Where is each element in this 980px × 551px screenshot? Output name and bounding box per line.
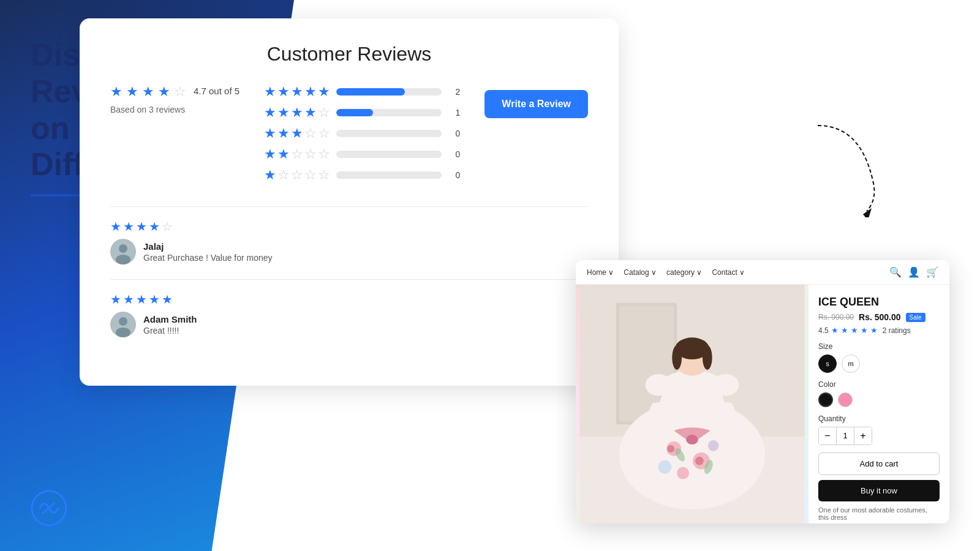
svg-point-2	[119, 244, 127, 253]
product-description: One of our most adorable costumes, this …	[818, 506, 940, 521]
product-rating-count: 2 ratings	[883, 326, 911, 335]
sale-badge: Sale	[906, 313, 925, 322]
reviewer-info-1: Jalaj Great Purchase ! Value for money	[143, 241, 273, 263]
avatar-2	[110, 312, 136, 337]
nav-contact[interactable]: Contact ∨	[712, 268, 745, 277]
color-black-swatch[interactable]	[818, 392, 833, 407]
svg-marker-7	[863, 208, 872, 217]
reviewer-row-1: Jalaj Great Purchase ! Value for money	[110, 239, 588, 264]
logo-icon	[31, 490, 67, 527]
size-s-button[interactable]: s	[818, 354, 837, 373]
svg-point-28	[703, 345, 712, 370]
size-options: s m	[818, 354, 940, 373]
star4: ★	[158, 84, 170, 100]
reviews-summary: ★ ★ ★ ★ ☆ 4.7 out of 5 Based on 3 review…	[110, 84, 588, 188]
bar-count-5: 2	[448, 87, 460, 97]
star3: ★	[142, 84, 154, 100]
bar-stars-5: ★ ★ ★ ★ ★	[264, 84, 330, 100]
dashed-arrow	[812, 119, 885, 220]
color-options	[818, 392, 940, 407]
star5: ☆	[174, 84, 186, 100]
rating-bar-row-3: ★ ★ ★ ☆ ☆ 0	[264, 126, 460, 141]
nav-home[interactable]: Home ∨	[587, 268, 614, 277]
quantity-label: Quantity	[818, 414, 940, 423]
star-icon-p4: ★	[861, 326, 868, 335]
write-review-button[interactable]: Write a Review	[484, 90, 588, 118]
color-pink-swatch[interactable]	[838, 392, 853, 407]
product-image-area	[576, 285, 809, 523]
reviewer-name-2: Adam Smith	[143, 314, 197, 324]
rating-bar-row-2: ★ ★ ☆ ☆ ☆ 0	[264, 146, 460, 162]
svg-point-17	[695, 457, 704, 465]
svg-point-3	[116, 255, 130, 264]
review-stars-2: ★ ★ ★ ★ ★	[110, 292, 588, 307]
product-rating-row: 4.5 ★ ★ ★ ★ ★ 2 ratings	[818, 326, 940, 335]
reviewer-info-2: Adam Smith Great !!!!!	[143, 314, 197, 335]
svg-point-6	[116, 328, 130, 337]
qty-decrease-button[interactable]: −	[819, 427, 836, 444]
size-label: Size	[818, 342, 940, 351]
svg-point-19	[708, 440, 719, 451]
product-rating-value: 4.5	[818, 326, 829, 335]
search-icon[interactable]: 🔍	[889, 266, 902, 278]
price-original: Rs. 900.00	[818, 313, 854, 321]
logo-area	[31, 490, 263, 527]
star1: ★	[110, 84, 123, 100]
based-on-text: Based on 3 reviews	[110, 105, 239, 114]
product-image-placeholder	[576, 285, 809, 523]
avatar-icon-2	[110, 312, 136, 337]
nav-icons: 🔍 👤 🛒	[889, 266, 938, 278]
buy-now-button[interactable]: Buy it now	[818, 480, 940, 501]
summary-left: ★ ★ ★ ★ ☆ 4.7 out of 5 Based on 3 review…	[110, 84, 239, 114]
star-icon-p2: ★	[841, 326, 848, 335]
product-price-row: Rs. 900.00 Rs. 500.00 Sale	[818, 312, 940, 322]
review-card-main: Customer Reviews ★ ★ ★ ★ ☆ 4.7 out of 5 …	[80, 18, 619, 386]
nav-catalog[interactable]: Catalog ∨	[624, 268, 657, 277]
product-body: ICE QUEEN Rs. 900.00 Rs. 500.00 Sale 4.5…	[576, 285, 949, 523]
bar-track-4	[336, 109, 442, 116]
product-nav-links: Home ∨ Catalog ∨ category ∨ Contact ∨	[587, 268, 745, 277]
svg-point-24	[712, 374, 739, 396]
svg-point-27	[672, 345, 682, 370]
quantity-row: − 1 +	[818, 427, 940, 445]
product-card: Home ∨ Catalog ∨ category ∨ Contact ∨ 🔍 …	[576, 260, 949, 523]
bar-count-1: 0	[448, 170, 460, 180]
svg-point-5	[119, 317, 127, 326]
bar-count-3: 0	[448, 129, 460, 138]
bar-fill-5	[336, 88, 405, 96]
account-icon[interactable]: 👤	[908, 266, 920, 278]
star-icon-p5: ★	[870, 326, 878, 335]
size-m-button[interactable]: m	[842, 354, 860, 373]
rating-bar-row-5: ★ ★ ★ ★ ★ 2	[264, 84, 460, 100]
customer-reviews-title: Customer Reviews	[110, 43, 588, 66]
reviewer-comment-2: Great !!!!!	[143, 326, 197, 335]
color-label: Color	[818, 380, 940, 389]
nav-category[interactable]: category ∨	[666, 268, 702, 277]
bar-track-5	[336, 88, 442, 96]
bar-stars-4: ★ ★ ★ ★ ☆	[264, 105, 330, 121]
rating-bar-row-1: ★ ☆ ☆ ☆ ☆ 0	[264, 167, 460, 183]
qty-increase-button[interactable]: +	[854, 427, 872, 444]
bar-track-1	[336, 171, 442, 179]
overall-stars: ★ ★ ★ ★ ☆ 4.7 out of 5	[110, 84, 239, 100]
svg-point-23	[646, 374, 673, 396]
price-sale: Rs. 500.00	[859, 312, 901, 322]
product-dress-illustration	[576, 285, 809, 523]
svg-point-13	[686, 435, 698, 444]
svg-point-15	[667, 445, 674, 452]
avatar-1	[110, 239, 136, 264]
bar-stars-3: ★ ★ ★ ☆ ☆	[264, 126, 330, 141]
review-stars-1: ★ ★ ★ ★ ☆	[110, 219, 588, 234]
qty-control: − 1 +	[818, 427, 872, 445]
star-icon-p3: ★	[851, 326, 858, 335]
rating-bars: ★ ★ ★ ★ ★ 2 ★ ★ ★ ★ ☆	[264, 84, 460, 188]
rating-bar-row-4: ★ ★ ★ ★ ☆ 1	[264, 105, 460, 121]
product-nav: Home ∨ Catalog ∨ category ∨ Contact ∨ 🔍 …	[576, 260, 949, 285]
divider-1	[110, 206, 588, 207]
divider-2	[110, 279, 588, 280]
bar-fill-4	[336, 109, 373, 116]
svg-point-20	[658, 460, 671, 474]
cart-icon[interactable]: 🛒	[926, 266, 938, 278]
add-to-cart-button[interactable]: Add to cart	[818, 452, 940, 475]
reviewer-comment-1: Great Purchase ! Value for money	[143, 253, 273, 263]
